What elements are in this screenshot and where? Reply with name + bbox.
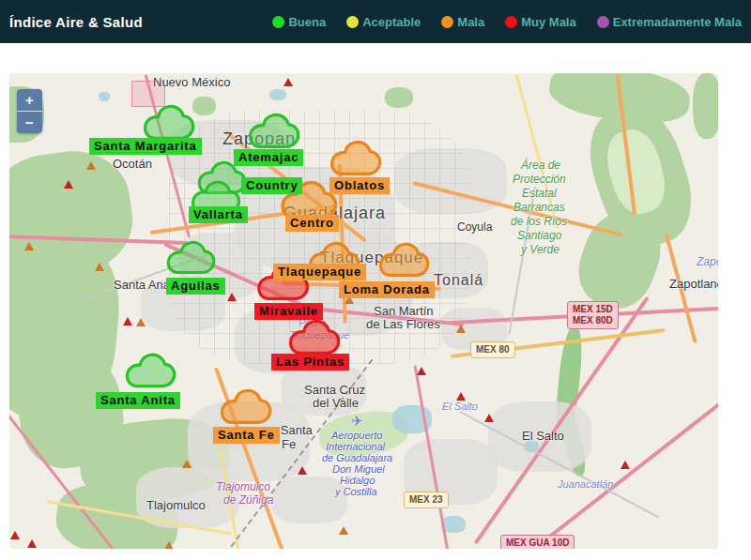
map[interactable]: Nuevo MéxicoZapopanOcotánGuadalajaraTlaq…: [9, 73, 718, 549]
peak-icon: [27, 539, 37, 548]
peak-icon: [182, 460, 192, 468]
peak-icon: [456, 392, 466, 401]
map-place-label: Tlajomulco: [146, 499, 206, 511]
map-place-label: Fe: [282, 438, 296, 450]
legend-dot-icon: [505, 16, 517, 28]
water-area: [269, 89, 286, 100]
legend-item-extremadamente-mala: Extremadamente Mala: [597, 15, 742, 29]
map-place-label: Santa Ana: [114, 279, 170, 291]
map-place-label: El Salto: [522, 430, 564, 442]
station-label-centro[interactable]: Centro: [285, 215, 339, 232]
map-place-label: Coyula: [457, 221, 492, 233]
station-cloud-santa-fe[interactable]: [218, 387, 272, 431]
legend-dot-icon: [346, 16, 359, 28]
peak-icon: [24, 242, 34, 250]
forest-area: [192, 97, 216, 115]
map-place-label: del Valle: [313, 397, 359, 409]
legend-label: Muy Mala: [521, 15, 576, 29]
station-label-santa-fe[interactable]: Santa Fe: [213, 427, 280, 444]
map-place-label: Ocotán: [113, 158, 152, 170]
highway-shield: MEX 15DMEX 80D: [567, 301, 619, 329]
legend-item-muy-mala: Muy Mala: [505, 15, 576, 29]
station-label-santa-anita[interactable]: Santa Anita: [96, 392, 180, 409]
highway-shield: MEX GUA 10D: [500, 535, 575, 549]
map-place-label: Tonalá: [434, 273, 483, 288]
map-place-label: Nuevo México: [153, 76, 230, 88]
legend-label: Buena: [288, 15, 326, 29]
map-place-label: de Las Flores: [366, 318, 440, 330]
station-label-country[interactable]: Country: [241, 177, 302, 194]
cloud-icon: [218, 387, 272, 427]
peak-icon: [284, 78, 293, 86]
map-place-label: Aeropuerto: [331, 431, 382, 441]
cloud-icon: [246, 112, 300, 151]
zoom-in-button[interactable]: +: [17, 89, 42, 112]
map-place-label: El Salto: [442, 401, 478, 412]
station-cloud-loma-dorada[interactable]: [376, 241, 430, 283]
map-place-label: Protección: [513, 174, 566, 185]
aqi-legend: BuenaAceptableMalaMuy MalaExtremadamente…: [272, 15, 742, 29]
station-label-vallarta[interactable]: Vallarta: [189, 206, 248, 223]
peak-icon: [484, 414, 494, 422]
map-place-label: Estatal: [522, 188, 557, 199]
map-place-label: y Verde: [521, 244, 559, 255]
map-place-label: Juanacatlán: [558, 479, 613, 490]
peak-icon: [164, 541, 174, 549]
map-place-label: de Zúñiga: [223, 494, 273, 506]
map-place-label: Santiago: [517, 230, 561, 241]
map-place-label: Santa Cruz: [304, 384, 365, 396]
station-cloud-santa-anita[interactable]: [123, 352, 176, 394]
station-cloud-oblatos[interactable]: [328, 139, 382, 182]
station-label-oblatos[interactable]: Oblatos: [330, 177, 390, 194]
map-place-label: ✈: [351, 414, 363, 428]
peak-icon: [86, 161, 96, 170]
cloud-icon: [286, 318, 341, 357]
peak-icon: [227, 293, 237, 301]
app-title: Índice Aire & Salud: [9, 14, 143, 30]
highway-shield-line: MEX 15D: [573, 304, 613, 315]
cloud-icon: [328, 139, 382, 178]
legend-label: Extremadamente Mala: [613, 15, 742, 29]
station-label-atemajac[interactable]: Atemajac: [234, 149, 303, 166]
forest-area: [693, 73, 718, 139]
peak-icon: [621, 461, 630, 469]
map-place-label: Hidalgo: [340, 476, 375, 486]
highway-shield: MEX 80: [470, 341, 515, 358]
map-place-label: de Guadalajara: [322, 453, 392, 463]
cloud-icon: [376, 241, 430, 280]
legend-dot-icon: [597, 16, 609, 28]
map-place-label: Don Miguel: [332, 464, 385, 475]
peak-icon: [136, 318, 146, 326]
cloud-icon: [141, 103, 195, 143]
station-label-las-pintas[interactable]: Las Pintas: [271, 354, 349, 371]
legend-dot-icon: [272, 16, 284, 28]
map-place-label: de los Ríos: [511, 216, 567, 227]
water-area: [99, 92, 110, 101]
legend-item-mala: Mala: [441, 15, 484, 29]
peak-icon: [123, 317, 132, 325]
cloud-icon: [164, 239, 216, 277]
peak-icon: [298, 466, 307, 475]
station-label-santa-margarita[interactable]: Santa Margarita: [89, 138, 202, 155]
peak-icon: [95, 263, 104, 271]
peak-icon: [339, 526, 348, 535]
station-label-aguilas[interactable]: Aguilas: [166, 278, 225, 295]
map-place-label: y Costilla: [335, 487, 377, 497]
urban-area: [272, 477, 347, 523]
station-label-loma-dorada[interactable]: Loma Dorada: [339, 281, 435, 298]
legend-item-aceptable: Aceptable: [346, 15, 421, 29]
map-zoom-control: + −: [17, 89, 42, 133]
legend-item-buena: Buena: [272, 15, 326, 29]
zoom-out-button[interactable]: −: [17, 112, 42, 133]
station-cloud-aguilas[interactable]: [164, 239, 216, 280]
station-label-tlaquepaque[interactable]: Tlaquepaque: [273, 264, 366, 280]
highway-shield-line: MEX 80: [476, 344, 510, 356]
station-label-miravalle[interactable]: Miravalle: [254, 303, 323, 320]
header-bar: Índice Aire & Salud BuenaAceptableMalaMu…: [0, 0, 751, 43]
peak-icon: [64, 180, 73, 189]
legend-dot-icon: [441, 16, 453, 28]
legend-label: Mala: [457, 15, 484, 29]
map-place-label: San Martín: [374, 305, 434, 317]
highway-shield-line: MEX 23: [409, 494, 443, 506]
peak-icon: [417, 367, 426, 375]
